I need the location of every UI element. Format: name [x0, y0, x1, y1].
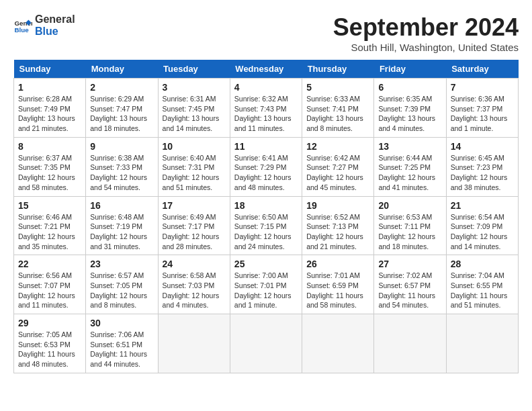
calendar-table: SundayMondayTuesdayWednesdayThursdayFrid…: [13, 60, 519, 373]
calendar-cell: 27Sunrise: 7:02 AM Sunset: 6:57 PM Dayli…: [374, 255, 446, 314]
day-number: 21: [451, 200, 514, 211]
day-number: 29: [18, 318, 81, 328]
calendar-cell: 17Sunrise: 6:49 AM Sunset: 7:17 PM Dayli…: [158, 196, 230, 255]
calendar-cell: 15Sunrise: 6:46 AM Sunset: 7:21 PM Dayli…: [14, 196, 86, 255]
day-info: Sunrise: 6:57 AM Sunset: 7:05 PM Dayligh…: [90, 271, 153, 310]
day-info: Sunrise: 7:00 AM Sunset: 7:01 PM Dayligh…: [234, 271, 298, 310]
day-number: 27: [378, 259, 441, 269]
day-info: Sunrise: 6:35 AM Sunset: 7:39 PM Dayligh…: [378, 94, 441, 134]
day-info: Sunrise: 6:29 AM Sunset: 7:47 PM Dayligh…: [90, 94, 153, 134]
calendar-cell: [302, 314, 374, 373]
day-number: 19: [306, 200, 369, 211]
header-saturday: Saturday: [446, 60, 518, 79]
day-number: 16: [90, 200, 153, 211]
calendar-week-1: 1Sunrise: 6:28 AM Sunset: 7:49 PM Daylig…: [14, 79, 519, 138]
calendar-cell: 30Sunrise: 7:06 AM Sunset: 6:51 PM Dayli…: [86, 314, 158, 373]
day-info: Sunrise: 6:52 AM Sunset: 7:13 PM Dayligh…: [306, 212, 369, 252]
calendar-header-row: SundayMondayTuesdayWednesdayThursdayFrid…: [14, 60, 519, 79]
day-number: 26: [306, 259, 369, 269]
calendar-cell: 21Sunrise: 6:54 AM Sunset: 7:09 PM Dayli…: [446, 196, 518, 255]
day-number: 5: [306, 82, 369, 93]
header-tuesday: Tuesday: [158, 60, 230, 79]
day-info: Sunrise: 6:50 AM Sunset: 7:15 PM Dayligh…: [234, 212, 298, 252]
day-info: Sunrise: 6:46 AM Sunset: 7:21 PM Dayligh…: [18, 212, 81, 252]
calendar-cell: 4Sunrise: 6:32 AM Sunset: 7:43 PM Daylig…: [230, 79, 302, 138]
logo-icon: General Blue: [13, 16, 32, 35]
day-info: Sunrise: 6:49 AM Sunset: 7:17 PM Dayligh…: [163, 212, 226, 252]
title-area: September 2024 South Hill, Washington, U…: [333, 13, 519, 53]
day-info: Sunrise: 6:54 AM Sunset: 7:09 PM Dayligh…: [451, 212, 514, 252]
calendar-cell: [158, 314, 230, 373]
calendar-cell: 10Sunrise: 6:40 AM Sunset: 7:31 PM Dayli…: [158, 137, 230, 196]
day-number: 13: [378, 141, 441, 152]
header-thursday: Thursday: [302, 60, 374, 79]
day-number: 17: [163, 200, 226, 211]
day-info: Sunrise: 6:28 AM Sunset: 7:49 PM Dayligh…: [18, 94, 81, 134]
calendar-cell: 6Sunrise: 6:35 AM Sunset: 7:39 PM Daylig…: [374, 79, 446, 138]
header-friday: Friday: [374, 60, 446, 79]
day-number: 1: [18, 82, 81, 93]
day-info: Sunrise: 6:31 AM Sunset: 7:45 PM Dayligh…: [163, 94, 226, 134]
day-number: 3: [163, 82, 226, 93]
calendar-cell: 23Sunrise: 6:57 AM Sunset: 7:05 PM Dayli…: [86, 255, 158, 314]
day-number: 4: [234, 82, 298, 93]
calendar-cell: [446, 314, 518, 373]
svg-text:Blue: Blue: [14, 26, 29, 33]
header-monday: Monday: [86, 60, 158, 79]
day-number: 20: [378, 200, 441, 211]
day-info: Sunrise: 6:36 AM Sunset: 7:37 PM Dayligh…: [451, 94, 514, 134]
calendar-cell: 18Sunrise: 6:50 AM Sunset: 7:15 PM Dayli…: [230, 196, 302, 255]
calendar-cell: 28Sunrise: 7:04 AM Sunset: 6:55 PM Dayli…: [446, 255, 518, 314]
day-number: 10: [163, 141, 226, 152]
calendar-week-2: 8Sunrise: 6:37 AM Sunset: 7:35 PM Daylig…: [14, 137, 519, 196]
day-number: 14: [451, 141, 514, 152]
header-wednesday: Wednesday: [230, 60, 302, 79]
calendar-week-3: 15Sunrise: 6:46 AM Sunset: 7:21 PM Dayli…: [14, 196, 519, 255]
day-number: 25: [234, 259, 298, 269]
calendar-cell: 2Sunrise: 6:29 AM Sunset: 7:47 PM Daylig…: [86, 79, 158, 138]
logo-text-blue: Blue: [35, 26, 75, 38]
calendar-cell: 19Sunrise: 6:52 AM Sunset: 7:13 PM Dayli…: [302, 196, 374, 255]
day-info: Sunrise: 6:38 AM Sunset: 7:33 PM Dayligh…: [90, 153, 153, 193]
day-info: Sunrise: 6:37 AM Sunset: 7:35 PM Dayligh…: [18, 153, 81, 193]
calendar-cell: 25Sunrise: 7:00 AM Sunset: 7:01 PM Dayli…: [230, 255, 302, 314]
calendar-cell: 14Sunrise: 6:45 AM Sunset: 7:23 PM Dayli…: [446, 137, 518, 196]
day-info: Sunrise: 6:33 AM Sunset: 7:41 PM Dayligh…: [306, 94, 369, 134]
calendar-cell: 22Sunrise: 6:56 AM Sunset: 7:07 PM Dayli…: [14, 255, 86, 314]
day-info: Sunrise: 7:05 AM Sunset: 6:53 PM Dayligh…: [18, 330, 81, 369]
calendar-cell: 29Sunrise: 7:05 AM Sunset: 6:53 PM Dayli…: [14, 314, 86, 373]
day-info: Sunrise: 6:42 AM Sunset: 7:27 PM Dayligh…: [306, 153, 369, 193]
day-info: Sunrise: 6:44 AM Sunset: 7:25 PM Dayligh…: [378, 153, 441, 193]
day-number: 22: [18, 259, 81, 269]
day-info: Sunrise: 6:45 AM Sunset: 7:23 PM Dayligh…: [451, 153, 514, 193]
calendar-cell: 5Sunrise: 6:33 AM Sunset: 7:41 PM Daylig…: [302, 79, 374, 138]
day-info: Sunrise: 6:32 AM Sunset: 7:43 PM Dayligh…: [234, 94, 298, 134]
calendar-cell: 11Sunrise: 6:41 AM Sunset: 7:29 PM Dayli…: [230, 137, 302, 196]
calendar-week-5: 29Sunrise: 7:05 AM Sunset: 6:53 PM Dayli…: [14, 314, 519, 373]
day-info: Sunrise: 6:53 AM Sunset: 7:11 PM Dayligh…: [378, 212, 441, 252]
day-info: Sunrise: 7:02 AM Sunset: 6:57 PM Dayligh…: [378, 271, 441, 310]
calendar-cell: [230, 314, 302, 373]
day-number: 2: [90, 82, 153, 93]
calendar-cell: 7Sunrise: 6:36 AM Sunset: 7:37 PM Daylig…: [446, 79, 518, 138]
calendar-cell: 1Sunrise: 6:28 AM Sunset: 7:49 PM Daylig…: [14, 79, 86, 138]
day-info: Sunrise: 7:06 AM Sunset: 6:51 PM Dayligh…: [90, 330, 153, 369]
day-info: Sunrise: 6:56 AM Sunset: 7:07 PM Dayligh…: [18, 271, 81, 310]
day-number: 28: [451, 259, 514, 269]
month-title: September 2024: [333, 13, 519, 42]
page-header: General Blue General Blue September 2024…: [13, 13, 519, 53]
day-info: Sunrise: 6:41 AM Sunset: 7:29 PM Dayligh…: [234, 153, 298, 193]
calendar-cell: [374, 314, 446, 373]
day-number: 24: [163, 259, 226, 269]
calendar-cell: 20Sunrise: 6:53 AM Sunset: 7:11 PM Dayli…: [374, 196, 446, 255]
header-sunday: Sunday: [14, 60, 86, 79]
day-info: Sunrise: 7:04 AM Sunset: 6:55 PM Dayligh…: [451, 271, 514, 310]
logo-text-general: General: [35, 13, 75, 26]
calendar-cell: 3Sunrise: 6:31 AM Sunset: 7:45 PM Daylig…: [158, 79, 230, 138]
day-number: 23: [90, 259, 153, 269]
day-info: Sunrise: 6:58 AM Sunset: 7:03 PM Dayligh…: [163, 271, 226, 310]
logo: General Blue General Blue: [13, 13, 75, 37]
day-info: Sunrise: 6:40 AM Sunset: 7:31 PM Dayligh…: [163, 153, 226, 193]
calendar-cell: 26Sunrise: 7:01 AM Sunset: 6:59 PM Dayli…: [302, 255, 374, 314]
day-number: 30: [90, 318, 153, 328]
